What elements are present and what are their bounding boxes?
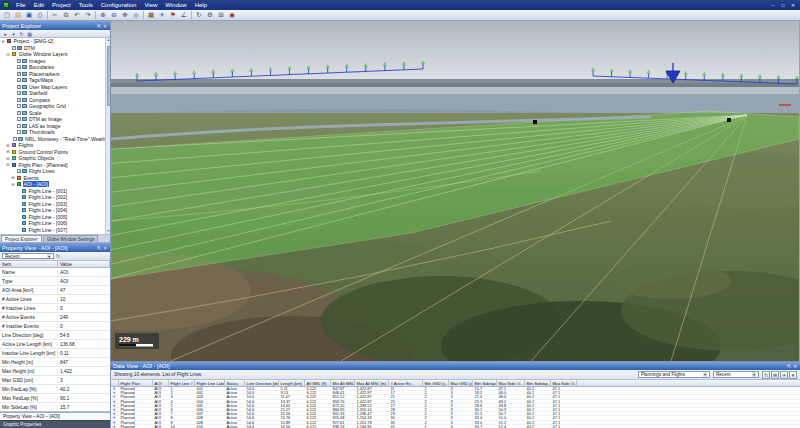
preset-dropdown[interactable]: Recent ▾ [2, 253, 54, 260]
property-row[interactable]: Line Direction [deg]54.6 [0, 331, 110, 340]
property-row[interactable]: Min Height [m]847 [0, 358, 110, 367]
column-header[interactable]: Flight Line # [169, 380, 195, 386]
tree-item[interactable]: Flight Line - [008] [0, 233, 110, 235]
dataview-tool-icon[interactable]: ▾ [789, 371, 797, 379]
tab-property-view[interactable]: Property View – AOI – [AOI] [0, 412, 110, 420]
layer-checkbox[interactable] [17, 91, 21, 95]
column-header[interactable]: Min Sidelap... [525, 380, 551, 386]
layer-checkbox[interactable] [12, 46, 16, 50]
dataview-tool-icon[interactable]: ↻ [762, 371, 770, 379]
expand-icon[interactable]: ⊞ [11, 175, 15, 180]
zoom-out-icon[interactable]: ⊖ [109, 11, 119, 20]
refresh-icon[interactable]: ↻ [194, 11, 204, 20]
layer-checkbox[interactable] [17, 111, 21, 115]
property-row[interactable]: # Active Lines10 [0, 295, 110, 304]
column-header[interactable]: Max Alt MSL [m] [355, 380, 389, 386]
settings-icon[interactable]: ⚙ [205, 11, 215, 20]
column-header[interactable]: Max Side O... [551, 380, 577, 386]
close-icon[interactable]: ✕ [102, 23, 108, 29]
open-folder-icon[interactable]: ▤ [13, 11, 23, 20]
copy-icon[interactable]: ⧉ [61, 11, 71, 20]
target-icon[interactable]: ◉ [227, 11, 237, 20]
pe-tool-icon[interactable]: ▾ [10, 31, 17, 37]
globe-3d-view[interactable]: 229 m [111, 21, 800, 361]
save-icon[interactable]: ▣ [24, 11, 34, 20]
column-header[interactable]: Flight Plan [119, 380, 153, 386]
cut-icon[interactable]: ✂ [50, 11, 60, 20]
layer-checkbox[interactable] [17, 59, 21, 63]
column-header[interactable]: Line Direction [deg] [245, 380, 279, 386]
layer-checkbox[interactable] [17, 124, 21, 128]
property-row[interactable]: Inactive Line Length [km]0.11 [0, 349, 110, 358]
tie-point[interactable] [727, 118, 731, 122]
property-row[interactable]: NameAOI [0, 268, 110, 277]
layer-checkbox[interactable] [17, 98, 21, 102]
column-header[interactable]: Min Sidelap [%] [473, 380, 497, 386]
menu-view[interactable]: View [140, 0, 161, 10]
tab-graphic-properties[interactable]: Graphic Properties [0, 420, 110, 428]
zoom-in-icon[interactable]: ⊕ [98, 11, 108, 20]
column-header[interactable]: Flight Line Label [195, 380, 225, 386]
layers-icon[interactable]: ▦ [146, 11, 156, 20]
column-header[interactable]: Min GSD [c... [423, 380, 449, 386]
menu-project[interactable]: Project [48, 0, 75, 10]
property-row[interactable]: Max GSD [cm]3 [0, 376, 110, 385]
property-row[interactable]: Min SideLap [%]15.7 [0, 403, 110, 412]
property-row[interactable]: # Inactive Events0 [0, 322, 110, 331]
refresh-icon[interactable]: ↻ [56, 253, 60, 259]
pe-tool-icon[interactable]: ▸ [2, 31, 9, 37]
expand-icon[interactable]: ⊞ [6, 143, 10, 148]
column-header[interactable]: Status [225, 380, 245, 386]
measure-icon[interactable]: ∠ [179, 11, 189, 20]
layer-checkbox[interactable] [17, 78, 21, 82]
expand-icon[interactable]: ⊟ [1, 39, 5, 44]
column-header[interactable]: Min Alt MSL [m] [331, 380, 355, 386]
print-icon[interactable]: ⎙ [35, 11, 45, 20]
column-header[interactable]: AOI [153, 380, 169, 386]
redo-icon[interactable]: ↷ [83, 11, 93, 20]
layer-checkbox[interactable] [17, 169, 21, 173]
close-icon[interactable]: ✕ [789, 1, 797, 9]
column-header[interactable]: Alt MSL [ft] [305, 380, 331, 386]
menu-tools[interactable]: Tools [75, 0, 97, 10]
dataview-tool-icon[interactable]: ✈ [780, 371, 788, 379]
column-value[interactable]: Value [58, 261, 110, 267]
menu-window[interactable]: Window [161, 0, 190, 10]
new-file-icon[interactable]: ▢ [2, 11, 12, 20]
scroll-up-icon[interactable]: ▲ [106, 38, 110, 43]
grid-icon[interactable]: ⊞ [216, 11, 226, 20]
layer-checkbox[interactable] [17, 85, 21, 89]
globe-icon[interactable]: ◎ [131, 11, 141, 20]
scroll-down-icon[interactable]: ▼ [106, 229, 110, 234]
tie-point[interactable] [533, 120, 537, 124]
property-row[interactable]: TypeAOI [0, 277, 110, 286]
property-row[interactable]: Active Line Length [km]136.68 [0, 340, 110, 349]
property-row[interactable]: # Inactive Lines0 [0, 304, 110, 313]
pe-tool-icon[interactable]: ▦ [26, 31, 33, 37]
layer-checkbox[interactable] [17, 117, 21, 121]
tab-project-explorer[interactable]: Project Explorer [1, 235, 42, 242]
property-row[interactable]: Min FwdLap [%]40.2 [0, 385, 110, 394]
layer-checkbox[interactable] [17, 72, 21, 76]
column-header[interactable]: Max Side O... [497, 380, 525, 386]
menu-configuration[interactable]: Configuration [97, 0, 141, 10]
property-row[interactable]: Max Height [m]1,422 [0, 367, 110, 376]
column-header[interactable]: Max GSD [c... [449, 380, 473, 386]
dataview-tool-icon[interactable]: ⊞ [771, 371, 779, 379]
close-icon[interactable]: ✕ [102, 245, 108, 251]
flight-icon[interactable]: ✈ [157, 11, 167, 20]
property-row[interactable]: Max FwdLap [%]90.1 [0, 394, 110, 403]
tab-globe-window-settings[interactable]: Globe Window Settings [43, 235, 99, 242]
tree-scrollbar[interactable]: ▲ ▼ [105, 38, 110, 234]
menu-help[interactable]: Help [191, 0, 211, 10]
expand-icon[interactable]: ⊞ [6, 156, 10, 161]
layer-checkbox[interactable] [17, 65, 21, 69]
pe-tool-icon[interactable]: ↻ [18, 31, 25, 37]
layer-checkbox[interactable] [13, 137, 17, 141]
column-header[interactable]: Length [km] [279, 380, 305, 386]
expand-icon[interactable]: ⊞ [6, 149, 10, 154]
filter-dropdown[interactable]: Plannings and Flights ▾ [638, 371, 710, 378]
property-row[interactable]: AOI Area [km²]47 [0, 286, 110, 295]
menu-edit[interactable]: Edit [30, 0, 48, 10]
column-header[interactable]: # Active Ev... [389, 380, 423, 386]
